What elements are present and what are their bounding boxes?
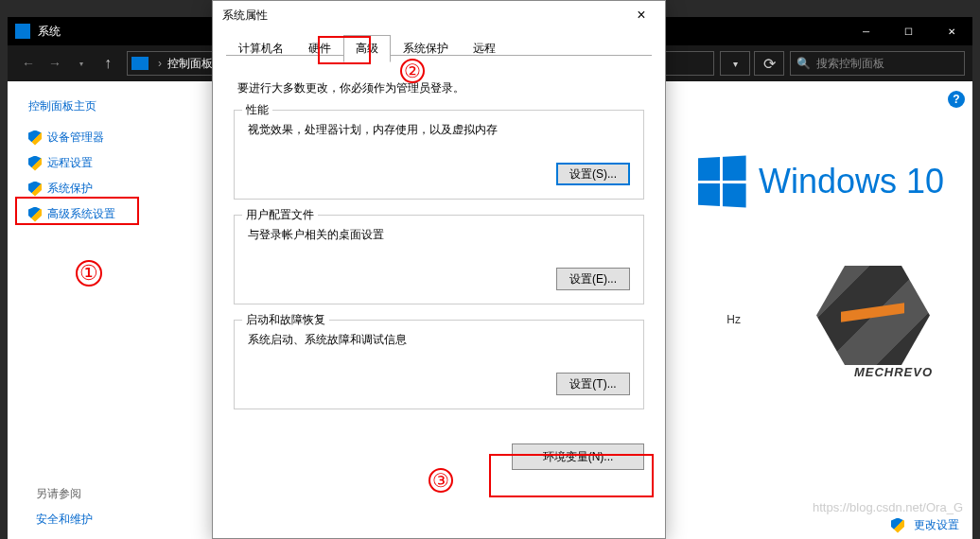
sidebar: 控制面板主页 设备管理器 远程设置 系统保护 高级系统设置 [8,81,206,539]
search-icon: 🔍 [796,57,811,70]
dialog-close-button[interactable]: × [627,7,656,24]
annotation-box-2 [318,36,371,64]
settings-s-button[interactable]: 设置(S)... [556,163,630,185]
refresh-button[interactable]: ⟳ [754,51,784,76]
sidebar-item-device-manager[interactable]: 设备管理器 [28,130,197,146]
annotation-2: ② [400,59,425,83]
intro-text: 要进行大多数更改，你必须作为管理员登录。 [237,80,644,96]
tab-remote[interactable]: 远程 [461,35,508,62]
close-button[interactable]: ✕ [930,17,972,45]
sidebar-item-label: 远程设置 [47,155,93,171]
minimize-button[interactable]: ─ [845,17,887,45]
sidebar-item-remote[interactable]: 远程设置 [28,155,197,171]
sidebar-title[interactable]: 控制面板主页 [28,98,197,114]
window-controls: ─ ☐ ✕ [845,17,972,45]
address-dropdown[interactable]: ▾ [720,51,750,76]
windows-text: Windows 10 [759,162,944,201]
mechrevo-logo [816,266,930,365]
group-title: 用户配置文件 [242,207,318,223]
settings-t-button[interactable]: 设置(T)... [556,373,630,395]
chevron-icon: › [158,57,162,70]
tab-protection[interactable]: 系统保护 [391,35,461,62]
forward-button[interactable]: → [42,50,68,77]
watermark: https://blog.csdn.net/Ora_G [813,500,963,514]
group-performance: 性能 视觉效果，处理器计划，内存使用，以及虚拟内存 设置(S)... [234,110,644,200]
windows-logo: Windows 10 [696,157,944,206]
group-desc: 视觉效果，处理器计划，内存使用，以及虚拟内存 [248,122,630,138]
search-input[interactable]: 🔍 搜索控制面板 [790,51,965,76]
shield-icon [28,130,42,146]
dialog-body: 要进行大多数更改，你必须作为管理员登录。 性能 视觉效果，处理器计划，内存使用，… [213,63,665,436]
settings-e-button[interactable]: 设置(E)... [556,268,630,290]
shield-icon [28,182,42,197]
group-title: 启动和故障恢复 [242,312,329,328]
tab-border [226,55,652,56]
group-title: 性能 [242,102,272,118]
group-desc: 与登录帐户相关的桌面设置 [248,227,630,243]
up-button[interactable]: ↑ [95,50,121,77]
maximize-button[interactable]: ☐ [887,17,930,45]
sidebar-item-label: 设备管理器 [47,130,104,146]
shield-icon [891,518,904,533]
annotation-box-3 [489,454,654,497]
mechrevo-text: MECHREVO [854,365,933,379]
footer-header: 另请参阅 [36,486,93,502]
search-placeholder: 搜索控制面板 [816,56,884,72]
group-user-profile: 用户配置文件 与登录帐户相关的桌面设置 设置(E)... [234,215,644,304]
pc-icon [131,57,149,70]
annotation-3: ③ [429,468,453,493]
hz-text: Hz [726,313,741,326]
change-link-label: 更改设置 [914,517,959,533]
group-startup-recovery: 启动和故障恢复 系统启动、系统故障和调试信息 设置(T)... [234,320,644,409]
footer-link[interactable]: 安全和维护 [36,512,93,528]
tab-strip: 计算机名 硬件 高级 系统保护 远程 [213,29,665,63]
annotation-box-1 [15,197,139,225]
sidebar-item-label: 系统保护 [47,181,93,197]
group-desc: 系统启动、系统故障和调试信息 [248,332,630,348]
dropdown-history[interactable]: ▾ [68,50,95,77]
breadcrumb-item[interactable]: 控制面板 [167,56,213,72]
tab-computer-name[interactable]: 计算机名 [226,35,296,62]
help-icon[interactable]: ? [948,91,965,108]
back-button[interactable]: ← [15,50,42,77]
window-title: 系统 [38,24,61,40]
system-icon [15,24,30,39]
annotation-1: ① [76,260,102,287]
windows-squares-icon [698,156,746,208]
sidebar-footer: 另请参阅 安全和维护 [36,486,93,528]
sidebar-item-protection[interactable]: 系统保护 [28,181,197,197]
dialog-title: 系统属性 [222,8,268,24]
shield-icon [28,156,42,171]
change-settings-link[interactable]: 更改设置 [891,517,959,533]
dialog-titlebar: 系统属性 × [213,1,665,29]
